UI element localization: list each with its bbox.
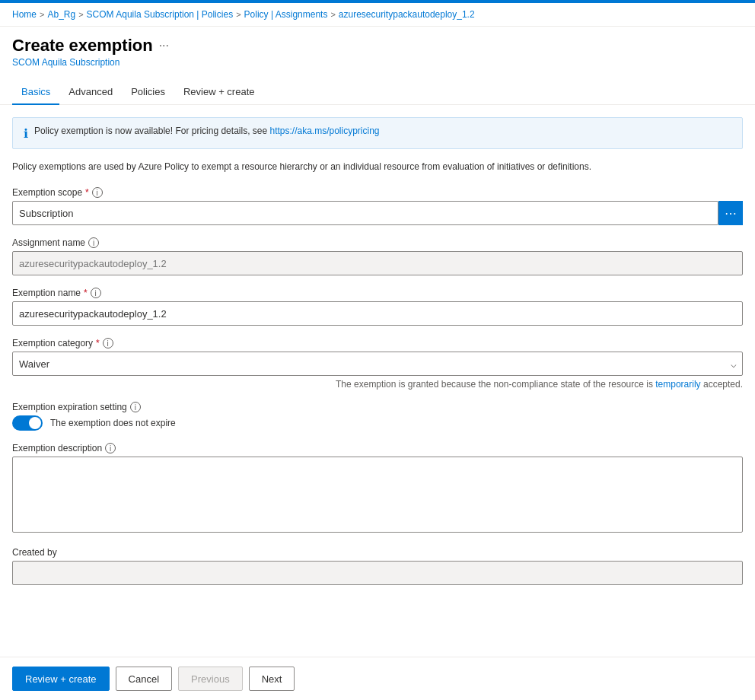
exemption-name-input[interactable]	[12, 301, 743, 326]
exemption-category-info-icon[interactable]: i	[103, 338, 113, 348]
created-by-label: Created by	[12, 547, 743, 558]
breadcrumb-sep-3: >	[330, 10, 335, 19]
breadcrumb-abrg[interactable]: Ab_Rg	[47, 9, 75, 20]
page-title: Create exemption	[12, 36, 153, 56]
field-exemption-name: Exemption name * i	[12, 288, 743, 326]
required-indicator-3: *	[96, 338, 100, 348]
info-banner: ℹ Policy exemption is now available! For…	[12, 117, 743, 149]
exemption-expiration-info-icon[interactable]: i	[130, 402, 141, 412]
created-by-input	[12, 561, 743, 585]
info-banner-text: Policy exemption is now available! For p…	[34, 126, 380, 136]
breadcrumb-sep-1: >	[78, 10, 83, 19]
info-icon: ℹ	[24, 126, 28, 141]
toggle-row: The exemption does not expire	[12, 415, 743, 431]
breadcrumb-policy-name[interactable]: azuresecuritypackautodeploy_1.2	[339, 9, 475, 20]
required-indicator: *	[85, 187, 89, 198]
exemption-description-info-icon[interactable]: i	[105, 443, 116, 453]
tab-review-create[interactable]: Review + create	[174, 80, 264, 105]
tab-basics[interactable]: Basics	[12, 80, 59, 105]
page-subtitle: SCOM Aquila Subscription	[12, 57, 743, 68]
exemption-description-textarea[interactable]	[12, 457, 743, 533]
tab-bar: Basics Advanced Policies Review + create	[0, 80, 755, 105]
toggle-label: The exemption does not expire	[50, 418, 176, 428]
breadcrumb-home[interactable]: Home	[12, 9, 37, 20]
exemption-scope-input[interactable]	[12, 201, 718, 225]
page-header: Create exemption ··· SCOM Aquila Subscri…	[0, 27, 755, 71]
breadcrumb-sep-2: >	[236, 10, 241, 19]
breadcrumb-policy-assignments[interactable]: Policy | Assignments	[244, 9, 328, 20]
tab-policies[interactable]: Policies	[122, 80, 174, 105]
content-area: ℹ Policy exemption is now available! For…	[0, 105, 755, 657]
exemption-category-wrapper: Waiver Mitigated ⌵	[12, 352, 743, 376]
assignment-name-info-icon[interactable]: i	[88, 237, 99, 248]
expiration-toggle[interactable]	[12, 415, 43, 431]
description-text: Policy exemptions are used by Azure Poli…	[12, 161, 743, 172]
cancel-button[interactable]: Cancel	[116, 667, 172, 691]
exemption-scope-label: Exemption scope * i	[12, 187, 743, 198]
exemption-scope-browse-button[interactable]: ⋯	[718, 201, 743, 225]
next-button[interactable]: Next	[249, 667, 295, 691]
previous-button: Previous	[178, 667, 243, 691]
breadcrumb: Home > Ab_Rg > SCOM Aquila Subscription …	[0, 3, 755, 27]
required-indicator-2: *	[84, 288, 88, 298]
field-exemption-description: Exemption description i	[12, 443, 743, 535]
exemption-description-label: Exemption description i	[12, 443, 743, 453]
assignment-name-input	[12, 251, 743, 275]
exemption-category-label: Exemption category * i	[12, 338, 743, 348]
temporarily-text: temporarily	[655, 379, 700, 390]
exemption-category-select[interactable]: Waiver Mitigated	[12, 352, 743, 376]
field-created-by: Created by	[12, 547, 743, 585]
exemption-expiration-label: Exemption expiration setting i	[12, 402, 743, 412]
info-link[interactable]: https://aka.ms/policypricing	[269, 126, 379, 136]
assignment-name-label: Assignment name i	[12, 237, 743, 248]
category-hint: The exemption is granted because the non…	[12, 379, 743, 390]
exemption-scope-info-icon[interactable]: i	[92, 187, 103, 198]
tab-advanced[interactable]: Advanced	[59, 80, 122, 105]
breadcrumb-scom-policies[interactable]: SCOM Aquila Subscription | Policies	[87, 9, 234, 20]
field-assignment-name: Assignment name i	[12, 237, 743, 275]
footer: Review + create Cancel Previous Next	[0, 657, 755, 700]
exemption-scope-wrapper: ⋯	[12, 201, 743, 225]
field-exemption-scope: Exemption scope * i ⋯	[12, 187, 743, 225]
more-options-icon[interactable]: ···	[159, 39, 169, 52]
exemption-name-label: Exemption name * i	[12, 288, 743, 298]
breadcrumb-sep-0: >	[40, 10, 44, 19]
review-create-button[interactable]: Review + create	[12, 667, 110, 691]
exemption-name-info-icon[interactable]: i	[91, 288, 101, 298]
field-exemption-expiration: Exemption expiration setting i The exemp…	[12, 402, 743, 431]
field-exemption-category: Exemption category * i Waiver Mitigated …	[12, 338, 743, 390]
